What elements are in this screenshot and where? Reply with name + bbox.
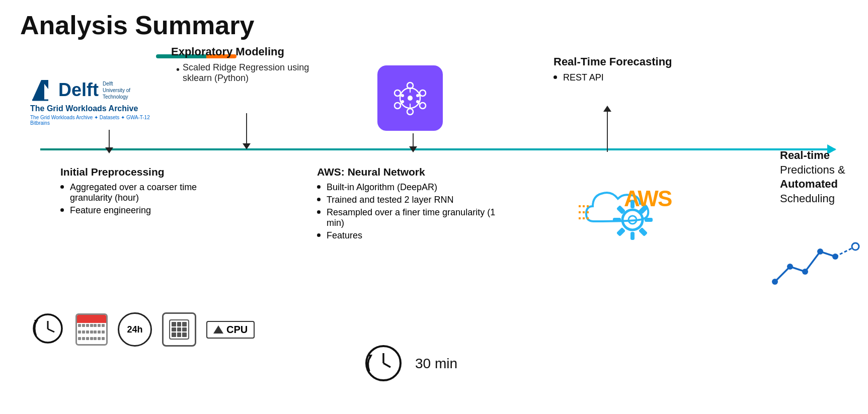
arrow-forecasting-up [603, 106, 611, 152]
neural-bullet-text-2: Trained and tested 2 layer RNN [327, 195, 453, 205]
bullet-dot-n4 [317, 233, 321, 237]
svg-point-7 [407, 109, 413, 115]
history-icon-svg [30, 311, 65, 346]
exploratory-bullet-text-1: Scaled Ridge Regression using sklearn (P… [183, 62, 312, 84]
arrow-head-down-3 [409, 146, 417, 152]
realtime-section: Real-time Predictions & Automated Schedu… [780, 148, 868, 206]
svg-point-16 [408, 96, 413, 101]
forecasting-content: REST API [554, 72, 684, 83]
bullet-dot-n1 [317, 185, 321, 189]
exploratory-section: Exploratory Modeling • Scaled Ridge Regr… [171, 45, 312, 86]
clock-24h-icon: 24h [118, 312, 152, 347]
calendar-icon [75, 313, 108, 346]
timeline-line [40, 148, 835, 150]
svg-point-45 [802, 269, 808, 275]
arrow-head-down-2 [105, 147, 113, 153]
svg-point-24 [622, 210, 643, 230]
forecasting-bullet-1: REST API [554, 72, 684, 83]
cal-cell [90, 330, 93, 334]
ai-icon-svg [387, 75, 433, 121]
svg-point-48 [852, 243, 859, 250]
history-clock-icon [30, 311, 65, 348]
chart-area [770, 231, 860, 297]
cal-cell [98, 324, 101, 327]
svg-rect-33 [639, 227, 648, 236]
exploratory-title: Exploratory Modeling [171, 45, 312, 58]
svg-line-40 [383, 363, 390, 367]
bullet-dot-n3 [317, 210, 321, 214]
calendar-header [77, 315, 106, 323]
svg-point-44 [787, 264, 793, 270]
svg-point-17 [401, 94, 404, 97]
svg-point-19 [416, 100, 419, 103]
svg-point-5 [420, 90, 426, 96]
preprocessing-content: Aggregated over a coarser time granulari… [60, 182, 231, 216]
cpu-label-box: CPU [206, 321, 255, 339]
cal-cell [82, 324, 85, 327]
archive-breadcrumb: The Grid Workloads Archive ✦ Datasets ✦ … [30, 115, 151, 126]
bullet-dot: • [176, 62, 180, 76]
arrow-line-v4 [607, 112, 608, 152]
neural-bullet-3: Resampled over a finer time granularity … [317, 207, 508, 228]
bullet-dot-f1 [554, 75, 557, 79]
cal-cell [98, 330, 101, 334]
cal-cell [94, 324, 97, 327]
clock-24h-label: 24h [127, 324, 142, 335]
svg-point-20 [401, 100, 404, 103]
svg-rect-26 [630, 200, 635, 208]
page-container: Analysis Summary Delft Delft University … [0, 0, 868, 414]
svg-marker-0 [32, 80, 44, 100]
preprocessing-bullet-2: Feature engineering [60, 205, 231, 216]
svg-rect-29 [645, 218, 653, 222]
bullet-dot-2 [60, 185, 64, 189]
bullet-dot-n2 [317, 198, 321, 201]
cal-cell [86, 330, 89, 334]
neural-title: AWS: Neural Network [317, 166, 508, 178]
chart-svg [770, 231, 860, 292]
realtime-bold-2: Automated [780, 177, 868, 192]
neural-bullet-1: Built-in Algorithm (DeepAR) [317, 182, 508, 193]
exploratory-bullet-1: • Scaled Ridge Regression using sklearn … [176, 62, 312, 84]
svg-point-43 [772, 279, 778, 285]
svg-line-36 [48, 329, 54, 332]
svg-point-6 [420, 103, 426, 109]
clock-30-area: 30 min [362, 342, 457, 385]
cpu-triangle-icon [213, 325, 223, 334]
neural-bullet-text-4: Features [327, 230, 362, 241]
tu-subtitle: Delft University of Technology [103, 80, 130, 100]
svg-point-25 [628, 216, 637, 224]
realtime-line2: Predictions & [780, 163, 868, 178]
cal-cell [90, 324, 93, 327]
svg-point-18 [416, 94, 419, 97]
cal-cell [98, 337, 101, 340]
arrow-line-v3 [413, 133, 414, 146]
preprocessing-bullet-text-2: Feature engineering [70, 205, 151, 216]
forecasting-title: Real-Time Forecasting [554, 55, 684, 68]
arrow-ai-down [409, 133, 417, 152]
logo-section: Delft Delft University of Technology The… [30, 78, 151, 126]
cal-cell [78, 337, 81, 340]
cal-cell [90, 337, 93, 340]
neural-bullet-text-1: Built-in Algorithm (DeepAR) [327, 182, 437, 193]
tu-delft-logo: Delft Delft University of Technology [30, 78, 151, 102]
preprocessing-title: Initial Preprocessing [60, 166, 231, 178]
time-30-label: 30 min [415, 356, 457, 372]
preprocessing-bullet-1: Aggregated over a coarser time granulari… [60, 182, 231, 203]
cal-cell [82, 337, 85, 340]
arrow-logo-down [105, 130, 113, 153]
cpu-inner [169, 319, 189, 340]
neural-bullet-4: Features [317, 230, 508, 241]
realtime-line3: Scheduling [780, 192, 868, 206]
exploratory-content: • Scaled Ridge Regression using sklearn … [171, 62, 312, 84]
arrow-head-up [603, 106, 611, 112]
svg-rect-28 [613, 218, 621, 222]
arrow-exploratory-down [243, 113, 251, 149]
tu-text: Delft [58, 79, 99, 101]
svg-point-47 [832, 254, 838, 260]
clock-30-svg [362, 342, 405, 385]
neural-bullet-text-3: Resampled over a finer time granularity … [327, 207, 508, 228]
preprocessing-bullet-text-1: Aggregated over a coarser time granulari… [70, 182, 231, 203]
cal-cell [86, 337, 89, 340]
forecasting-section: Real-Time Forecasting REST API [554, 55, 684, 85]
cal-cell [78, 324, 81, 327]
